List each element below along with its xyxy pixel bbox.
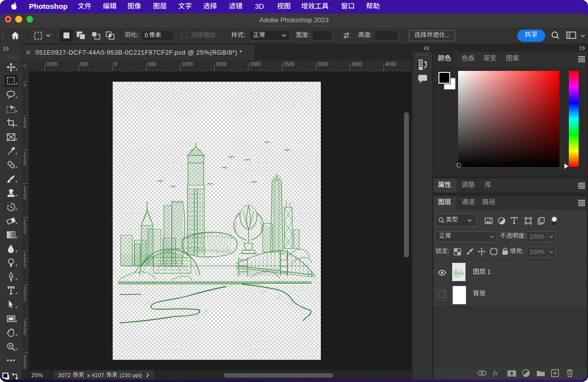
svg-text:500: 500	[148, 62, 156, 67]
svg-text:1500: 1500	[216, 62, 227, 67]
svg-text:1000: 1000	[182, 62, 193, 67]
svg-text:0: 0	[24, 331, 26, 336]
svg-text:0: 0	[24, 263, 26, 268]
svg-text:3000: 3000	[317, 62, 329, 67]
svg-text:0: 0	[24, 161, 26, 166]
svg-text:0: 0	[24, 365, 26, 370]
svg-text:3500: 3500	[351, 62, 363, 67]
svg-text:0: 0	[24, 229, 26, 234]
svg-text:0: 0	[114, 62, 117, 67]
svg-text:0: 0	[24, 297, 26, 302]
svg-text:4000: 4000	[385, 62, 397, 67]
svg-text:1000: 1000	[46, 62, 58, 67]
svg-text:2500: 2500	[283, 62, 295, 67]
svg-text:0: 0	[24, 195, 26, 200]
svg-text:0: 0	[24, 83, 26, 88]
svg-text:500: 500	[80, 62, 89, 67]
svg-text:0: 0	[24, 124, 26, 129]
svg-text:2000: 2000	[249, 62, 261, 67]
